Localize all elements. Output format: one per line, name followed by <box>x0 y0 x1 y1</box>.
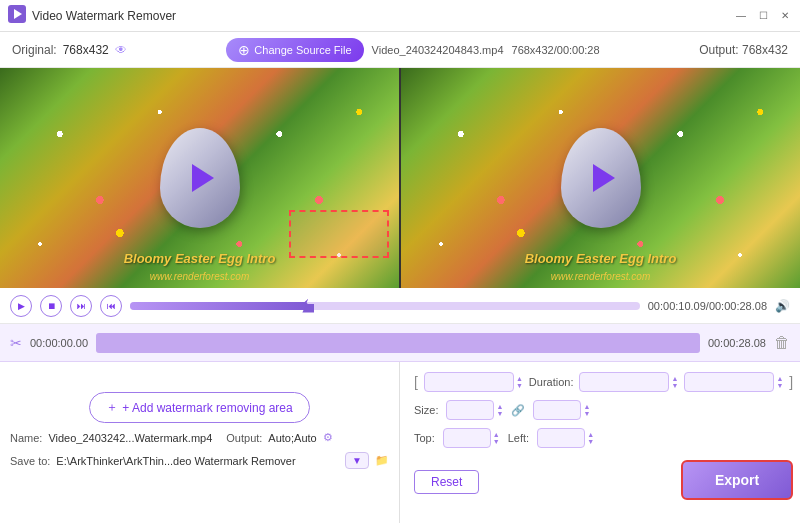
duration-spinner[interactable]: ▲ ▼ <box>671 375 678 389</box>
watermark-url-2: www.renderforest.com <box>401 271 800 282</box>
folder-icon[interactable]: 📁 <box>375 454 389 467</box>
size-row: Size: 98 ▲ ▼ 🔗 39 ▲ ▼ <box>414 400 793 420</box>
save-row: Save to: E:\ArkThinker\ArkThin...deo Wat… <box>10 452 389 469</box>
time-display: 00:00:10.09/00:00:28.08 <box>648 300 767 312</box>
file-resolution: 768x432/00:00:28 <box>512 44 600 56</box>
top-spinner[interactable]: ▲ ▼ <box>493 431 500 445</box>
plus-icon-2: ＋ <box>106 399 118 416</box>
top-input[interactable]: 389 <box>443 428 491 448</box>
end-time-down[interactable]: ▼ <box>776 382 783 389</box>
clip-end-time: 00:00:28.08 <box>708 337 766 349</box>
clip-start-time: 00:00:00.00 <box>30 337 88 349</box>
top-group: 389 ▲ ▼ <box>443 428 500 448</box>
watermark-text-1: Bloomy Easter Egg Intro <box>0 251 399 266</box>
plus-icon: ⊕ <box>238 42 250 58</box>
watermark-url-1: www.renderforest.com <box>0 271 399 282</box>
save-path: E:\ArkThinker\ArkThin...deo Watermark Re… <box>56 455 339 467</box>
clip-bar[interactable] <box>96 333 700 353</box>
progress-bar[interactable] <box>130 302 640 310</box>
original-label: Original: <box>12 43 57 57</box>
output-resolution: 768x432 <box>742 43 788 57</box>
size-h-group: 39 ▲ ▼ <box>533 400 590 420</box>
output-label-bottom: Output: <box>226 432 262 444</box>
change-source-button[interactable]: ⊕ Change Source File <box>226 38 363 62</box>
right-bracket: ] <box>789 374 793 390</box>
play-button[interactable]: ▶ <box>10 295 32 317</box>
egg-object <box>160 128 240 228</box>
file-name: Video_240324204843.mp4 <box>372 44 504 56</box>
title-bar: Video Watermark Remover — ☐ ✕ <box>0 0 800 32</box>
eye-icon[interactable]: 👁 <box>115 43 127 57</box>
close-button[interactable]: ✕ <box>778 9 792 23</box>
size-height-input[interactable]: 39 <box>533 400 581 420</box>
right-panel: [ 00:00:00.00 ▲ ▼ Duration: 00:00:28.08 … <box>400 362 800 523</box>
start-time-input[interactable]: 00:00:00.00 <box>424 372 514 392</box>
duration-group: 00:00:28.08 ▲ ▼ <box>579 372 678 392</box>
size-w-group: 98 ▲ ▼ <box>446 400 503 420</box>
duration-up[interactable]: ▲ <box>671 375 678 382</box>
left-up[interactable]: ▲ <box>587 431 594 438</box>
left-panel: ＋ + Add watermark removing area Name: Vi… <box>0 362 400 523</box>
play-triangle <box>192 164 214 192</box>
clip-section: ✂ 00:00:00.00 00:00:28.08 🗑 <box>0 324 800 362</box>
size-w-spinner[interactable]: ▲ ▼ <box>496 403 503 417</box>
name-label: Name: <box>10 432 42 444</box>
original-video: Bloomy Easter Egg Intro www.renderforest… <box>0 68 399 288</box>
left-down[interactable]: ▼ <box>587 438 594 445</box>
top-label: Top: <box>414 432 435 444</box>
top-down[interactable]: ▼ <box>493 438 500 445</box>
save-label: Save to: <box>10 455 50 467</box>
stop-button[interactable]: ⏹ <box>40 295 62 317</box>
window-controls: — ☐ ✕ <box>734 9 792 23</box>
duration-down[interactable]: ▼ <box>671 382 678 389</box>
end-time-input[interactable]: 00:00:28.08 <box>684 372 774 392</box>
reset-button[interactable]: Reset <box>414 470 479 494</box>
maximize-button[interactable]: ☐ <box>756 9 770 23</box>
start-time-spinner[interactable]: ▲ ▼ <box>516 375 523 389</box>
minimize-button[interactable]: — <box>734 9 748 23</box>
time-row: [ 00:00:00.00 ▲ ▼ Duration: 00:00:28.08 … <box>414 372 793 392</box>
end-time-spinner[interactable]: ▲ ▼ <box>776 375 783 389</box>
end-time-group: 00:00:28.08 ▲ ▼ <box>684 372 783 392</box>
egg-object-2 <box>561 128 641 228</box>
size-w-down[interactable]: ▼ <box>496 410 503 417</box>
size-h-spinner[interactable]: ▲ ▼ <box>583 403 590 417</box>
preview-video-panel: Bloomy Easter Egg Intro www.renderforest… <box>399 68 800 288</box>
clip-icon: ✂ <box>10 335 22 351</box>
volume-icon[interactable]: 🔊 <box>775 299 790 313</box>
settings-icon[interactable]: ⚙ <box>323 431 333 444</box>
duration-input[interactable]: 00:00:28.08 <box>579 372 669 392</box>
link-icon[interactable]: 🔗 <box>511 404 525 417</box>
size-h-down[interactable]: ▼ <box>583 410 590 417</box>
start-time-group: 00:00:00.00 ▲ ▼ <box>424 372 523 392</box>
end-time-up[interactable]: ▲ <box>776 375 783 382</box>
prev-frame-button[interactable]: ⏭ <box>70 295 92 317</box>
info-bar: Original: 768x432 👁 ⊕ Change Source File… <box>0 32 800 68</box>
name-row: Name: Video_2403242...Watermark.mp4 Outp… <box>10 431 389 444</box>
size-label: Size: <box>414 404 438 416</box>
progress-fill <box>130 302 308 310</box>
next-frame-button[interactable]: ⏮ <box>100 295 122 317</box>
export-button[interactable]: Export <box>681 460 793 500</box>
right-bottom-row: Reset Export <box>414 460 793 500</box>
start-time-up[interactable]: ▲ <box>516 375 523 382</box>
size-h-up[interactable]: ▲ <box>583 403 590 410</box>
clip-delete-button[interactable]: 🗑 <box>774 334 790 352</box>
preview-video: Bloomy Easter Egg Intro www.renderforest… <box>401 68 800 288</box>
add-watermark-area-button[interactable]: ＋ + Add watermark removing area <box>89 392 309 423</box>
name-value: Video_2403242...Watermark.mp4 <box>48 432 212 444</box>
left-input[interactable]: 667 <box>537 428 585 448</box>
app-title: Video Watermark Remover <box>32 9 176 23</box>
top-up[interactable]: ▲ <box>493 431 500 438</box>
left-bracket: [ <box>414 374 418 390</box>
app-icon <box>8 5 26 26</box>
path-dropdown-button[interactable]: ▼ <box>345 452 369 469</box>
left-spinner[interactable]: ▲ ▼ <box>587 431 594 445</box>
output-label: Output: <box>699 43 738 57</box>
left-label: Left: <box>508 432 529 444</box>
start-time-down[interactable]: ▼ <box>516 382 523 389</box>
bottom-section: ＋ + Add watermark removing area Name: Vi… <box>0 362 800 523</box>
size-width-input[interactable]: 98 <box>446 400 494 420</box>
size-w-up[interactable]: ▲ <box>496 403 503 410</box>
left-group: 667 ▲ ▼ <box>537 428 594 448</box>
